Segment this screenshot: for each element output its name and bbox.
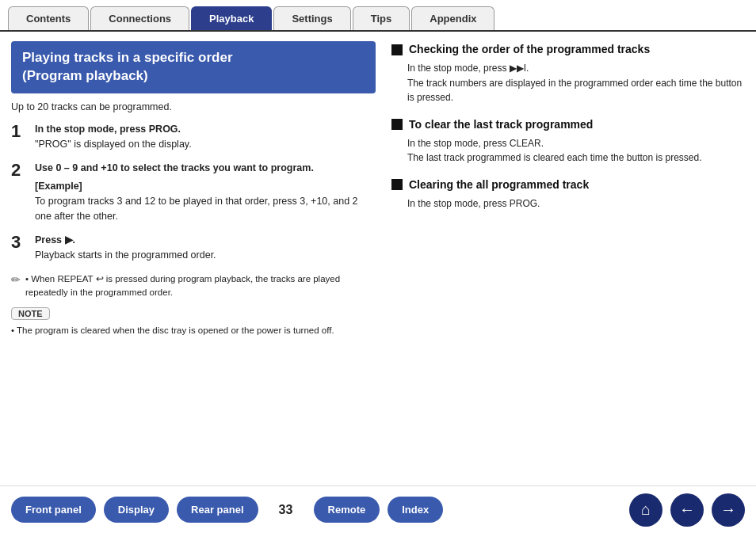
step-2-example-label: [Example]	[35, 179, 376, 194]
home-icon: ⌂	[641, 501, 651, 519]
step-3: 3 Press ▶. Playback starts in the progra…	[11, 233, 376, 263]
tab-connections[interactable]: Connections	[90, 6, 189, 30]
main-content: Playing tracks in a specific order(Progr…	[0, 32, 756, 479]
tab-contents[interactable]: Contents	[8, 6, 89, 30]
note-bullet-text: • The program is cleared when the disc t…	[11, 324, 376, 337]
section-1-body: In the stop mode, press ▶▶I. The track n…	[407, 61, 745, 105]
page-title: Playing tracks in a specific order(Progr…	[11, 41, 376, 93]
rear-panel-button[interactable]: Rear panel	[177, 497, 258, 523]
step-2: 2 Use 0 – 9 and +10 to select the tracks…	[11, 161, 376, 223]
index-button[interactable]: Index	[388, 497, 443, 523]
step-1-number: 1	[11, 122, 29, 141]
back-button[interactable]: ←	[670, 493, 704, 527]
forward-icon: →	[720, 501, 736, 519]
note-icon-row: ✏ • When REPEAT ↩ is pressed during prog…	[11, 272, 376, 300]
left-column: Playing tracks in a specific order(Progr…	[11, 41, 376, 471]
step-3-number: 3	[11, 233, 29, 252]
intro-text: Up to 20 tracks can be programmed.	[11, 101, 376, 112]
section-3-square-icon	[391, 179, 403, 190]
step-2-bold: Use 0 – 9 and +10 to select the tracks y…	[35, 162, 314, 173]
page-number: 33	[274, 503, 298, 517]
section-2-body: In the stop mode, press CLEAR. The last …	[407, 136, 745, 166]
step-2-example-text: To program tracks 3 and 12 to be played …	[35, 196, 358, 222]
section-2-square-icon	[391, 119, 403, 130]
pencil-icon: ✏	[11, 273, 21, 286]
step-1-bold: In the stop mode, press PROG.	[35, 124, 181, 135]
tab-settings[interactable]: Settings	[273, 6, 350, 30]
bottom-bar: Front panel Display Rear panel 33 Remote…	[0, 485, 756, 533]
section-1-heading-text: Checking the order of the programmed tra…	[409, 41, 650, 58]
note-repeat-text: • When REPEAT ↩ is pressed during progra…	[25, 272, 376, 300]
step-3-text: Playback starts in the programmed order.	[35, 249, 216, 261]
step-2-content: Use 0 – 9 and +10 to select the tracks y…	[35, 161, 376, 223]
tabs-bar: Contents Connections Playback Settings T…	[0, 0, 756, 32]
tab-playback[interactable]: Playback	[191, 6, 272, 30]
note-label: NOTE	[11, 307, 50, 320]
tab-appendix[interactable]: Appendix	[411, 6, 494, 30]
step-3-bold: Press ▶.	[35, 234, 75, 246]
step-1-content: In the stop mode, press PROG. "PROG" is …	[35, 122, 192, 152]
step-1-text: "PROG" is displayed on the display.	[35, 139, 192, 150]
remote-button[interactable]: Remote	[314, 497, 380, 523]
forward-button[interactable]: →	[712, 493, 745, 527]
step-3-content: Press ▶. Playback starts in the programm…	[35, 233, 216, 263]
section-3-heading-text: Clearing the all programmed track	[409, 177, 589, 193]
section-2-heading-text: To clear the last track programmed	[409, 116, 593, 133]
step-1: 1 In the stop mode, press PROG. "PROG" i…	[11, 122, 376, 152]
section-3-body: In the stop mode, press PROG.	[407, 196, 745, 211]
display-button[interactable]: Display	[104, 497, 169, 523]
step-2-number: 2	[11, 161, 29, 180]
section-3-heading: Clearing the all programmed track	[391, 177, 745, 193]
front-panel-button[interactable]: Front panel	[11, 497, 96, 523]
section-2-heading: To clear the last track programmed	[391, 116, 745, 133]
section-1-square-icon	[391, 44, 403, 55]
section-1-heading: Checking the order of the programmed tra…	[391, 41, 745, 58]
home-button[interactable]: ⌂	[629, 493, 662, 527]
tab-tips[interactable]: Tips	[353, 6, 410, 30]
back-icon: ←	[679, 501, 695, 519]
right-column: Checking the order of the programmed tra…	[391, 41, 745, 471]
